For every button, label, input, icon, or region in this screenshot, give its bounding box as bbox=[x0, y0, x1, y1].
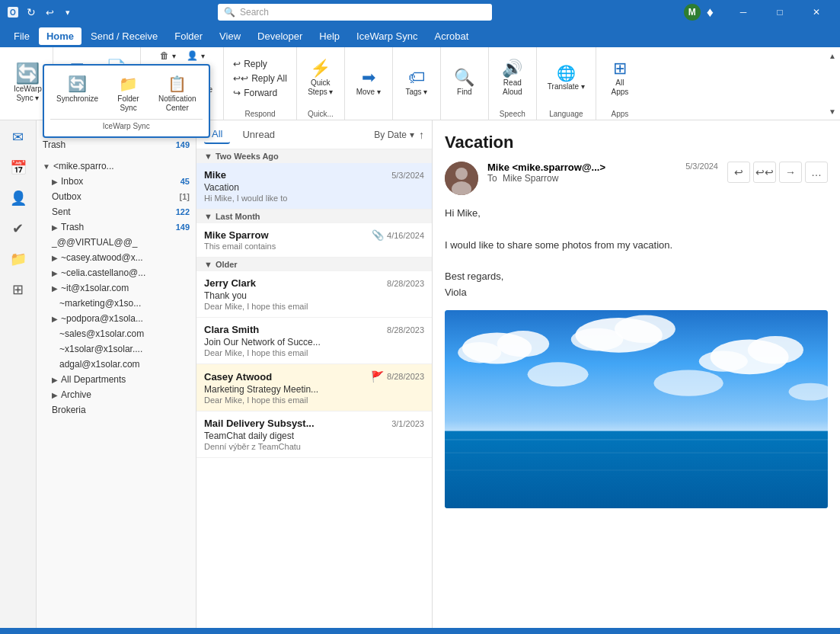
undo-icon[interactable]: ↩ bbox=[43, 5, 56, 19]
email-content: Vacation Mike <mike.sparrow@...> To Mike… bbox=[433, 120, 840, 628]
forward-icon: ↪ bbox=[233, 88, 241, 98]
sidebar-tasks-icon[interactable]: ✔ bbox=[5, 215, 32, 242]
forward-button[interactable]: ↪ Forward bbox=[228, 86, 292, 100]
read-aloud-button[interactable]: 🔊 ReadAloud bbox=[493, 57, 532, 100]
user-avatar[interactable]: M bbox=[684, 4, 701, 21]
folder-panel: Sent 122 Trash 149 ▼ <mike.sparro... ▶ I… bbox=[37, 120, 196, 628]
menu-folder[interactable]: Folder bbox=[167, 27, 210, 45]
icewarp-sync-icon: 🔄 bbox=[15, 63, 40, 83]
refresh-icon[interactable]: ↻ bbox=[24, 5, 38, 19]
email-actions: ↩ ↩↩ → … bbox=[727, 162, 828, 183]
translate-button[interactable]: 🌐 Translate ▾ bbox=[541, 62, 591, 94]
sidebar-contacts-icon[interactable]: 👤 bbox=[5, 184, 32, 212]
quick-access-icon[interactable]: ▾ bbox=[61, 5, 75, 19]
email-reply-button[interactable]: ↩ bbox=[727, 162, 750, 183]
restore-button[interactable]: □ bbox=[762, 0, 797, 24]
forward-label: Forward bbox=[244, 88, 277, 98]
email-item-mail-delivery[interactable]: Mail Delivery Subsyst... 3/1/2023 TeamCh… bbox=[196, 411, 432, 458]
email-more-button[interactable]: … bbox=[805, 162, 828, 183]
ribbon-expand-down[interactable]: ▼ bbox=[826, 106, 839, 117]
quick-steps-button[interactable]: ⚡ QuickSteps ▾ bbox=[302, 57, 340, 100]
email-item-casey[interactable]: Casey Atwood 🚩 8/28/2023 Marketing Strat… bbox=[196, 364, 432, 411]
section-last-month: ▼ Last Month bbox=[196, 210, 432, 223]
tags-icon: 🏷 bbox=[408, 69, 425, 86]
email-item-jerry[interactable]: Jerry Clark 8/28/2023 Thank you Dear Mik… bbox=[196, 271, 432, 318]
ribbon-expand-up[interactable]: ▲ bbox=[826, 50, 839, 61]
jerry-subject: Thank you bbox=[204, 290, 424, 301]
synchronize-icon: 🔄 bbox=[68, 75, 87, 93]
jerry-date: 8/28/2023 bbox=[387, 279, 424, 288]
two-weeks-arrow: ▼ bbox=[204, 152, 212, 161]
move-button[interactable]: ➡ Move ▾ bbox=[350, 66, 388, 100]
menu-icewarp-sync[interactable]: IceWarp Sync bbox=[349, 27, 425, 45]
respond-col: ↩ Reply ↩↩ Reply All ↪ Forward bbox=[228, 57, 292, 100]
language-group-label: Language bbox=[549, 110, 583, 118]
folder-it[interactable]: ▶ ~it@x1solar.com bbox=[46, 280, 196, 296]
account-root[interactable]: ▼ <mike.sparro... bbox=[37, 158, 196, 174]
email-list-scroll[interactable]: ▼ Two Weeks Ago Mike 5/3/2024 Vacation H… bbox=[196, 149, 432, 628]
tags-button[interactable]: 🏷 Tags ▾ bbox=[398, 66, 436, 100]
email-item-clara[interactable]: Clara Smith 8/28/2023 Join Our Network o… bbox=[196, 318, 432, 364]
sidebar-apps-icon[interactable]: ⊞ bbox=[5, 276, 32, 303]
folder-brokeria[interactable]: Brokeria bbox=[46, 402, 196, 418]
email-forward-button[interactable]: → bbox=[779, 162, 802, 183]
email-body: Hi Mike, I would like to share some phot… bbox=[445, 206, 828, 301]
folder-celia[interactable]: ▶ ~celia.castellano@... bbox=[46, 265, 196, 280]
svg-rect-6 bbox=[445, 431, 828, 508]
folder-sales[interactable]: ~sales@x1solar.com bbox=[53, 326, 196, 341]
minimize-button[interactable]: ─ bbox=[726, 0, 761, 24]
search-bar[interactable]: 🔍 Search bbox=[218, 4, 492, 21]
menu-home[interactable]: Home bbox=[39, 27, 81, 45]
cleanup-button[interactable]: 🗑 ▾ bbox=[155, 49, 180, 62]
sidebar-folders-icon[interactable]: 📁 bbox=[5, 245, 32, 273]
email-content-header: Mike <mike.sparrow@...> To Mike Sparrow … bbox=[445, 162, 828, 195]
menu-view[interactable]: View bbox=[212, 27, 248, 45]
folder-trash[interactable]: ▶ Trash 149 bbox=[46, 219, 196, 235]
body-signature: Viola bbox=[445, 285, 828, 301]
folder-outbox[interactable]: Outbox [1] bbox=[46, 189, 196, 204]
menu-help[interactable]: Help bbox=[311, 27, 347, 45]
sidebar-calendar-icon[interactable]: 📅 bbox=[5, 154, 32, 181]
reply-all-button[interactable]: ↩↩ Reply All bbox=[228, 72, 292, 85]
close-button[interactable]: ✕ bbox=[799, 0, 834, 24]
body-space1 bbox=[445, 222, 828, 238]
folder-marketing[interactable]: ~marketing@x1so... bbox=[53, 296, 196, 311]
sales-label: ~sales@x1solar.com bbox=[59, 328, 144, 339]
menu-send-receive[interactable]: Send / Receive bbox=[83, 27, 165, 45]
folder-adgal[interactable]: adgal@x1solar.com bbox=[53, 357, 196, 372]
tab-unread[interactable]: Unread bbox=[235, 126, 283, 143]
mail-delivery-date: 3/1/2023 bbox=[391, 419, 424, 428]
folder-x1solar[interactable]: ~x1solar@x1solar.... bbox=[53, 341, 196, 357]
notification-center-button[interactable]: 📋 NotificationCenter bbox=[152, 72, 202, 116]
trash-folder-badge: 149 bbox=[176, 223, 190, 232]
email-item-vacation[interactable]: Mike 5/3/2024 Vacation Hi Mike, I would … bbox=[196, 163, 432, 210]
cleanup-label: ▾ bbox=[172, 52, 176, 60]
svg-point-12 bbox=[571, 328, 624, 351]
all-apps-button[interactable]: ⊞ AllApps bbox=[601, 57, 639, 100]
folder-casey[interactable]: ▶ ~casey.atwood@x... bbox=[46, 250, 196, 265]
trash-row[interactable]: Trash 149 bbox=[37, 137, 196, 152]
folder-virtual[interactable]: _@@VIRTUAL@@_ bbox=[46, 235, 196, 250]
junk-button[interactable]: 👤 ▾ bbox=[182, 49, 209, 62]
folder-sent[interactable]: Sent 122 bbox=[46, 204, 196, 219]
folder-podpora[interactable]: ▶ ~podpora@x1sola... bbox=[46, 311, 196, 326]
folder-archive[interactable]: ▶ Archive bbox=[46, 387, 196, 402]
folder-sync-button[interactable]: 📁 FolderSync bbox=[107, 72, 149, 116]
synchronize-button[interactable]: 🔄 Synchronize bbox=[50, 72, 104, 116]
menu-developer[interactable]: Developer bbox=[250, 27, 310, 45]
reply-button[interactable]: ↩ Reply bbox=[228, 57, 292, 71]
sidebar-mail-icon[interactable]: ✉ bbox=[5, 123, 32, 151]
email-from: Mike <mike.sparrow@...> bbox=[487, 162, 676, 173]
sort-direction-button[interactable]: ↑ bbox=[419, 129, 424, 141]
icewarp-sync-button[interactable]: 🔄 IceWarpSync ▾ bbox=[8, 60, 48, 106]
synchronize-label: Synchronize bbox=[56, 94, 98, 104]
sort-control[interactable]: By Date ▾ bbox=[374, 130, 414, 140]
find-button[interactable]: 🔍 Find bbox=[446, 66, 484, 100]
menu-acrobat[interactable]: Acrobat bbox=[427, 27, 477, 45]
folder-alldepts[interactable]: ▶ All Departments bbox=[46, 372, 196, 387]
titlebar: O ↻ ↩ ▾ 🔍 Search M ♦ ─ □ ✕ bbox=[0, 0, 840, 24]
menu-file[interactable]: File bbox=[6, 27, 37, 45]
folder-inbox[interactable]: ▶ Inbox 45 bbox=[46, 174, 196, 189]
email-reply-all-button[interactable]: ↩↩ bbox=[753, 162, 776, 183]
email-item-sparrow[interactable]: Mike Sparrow 📎 4/16/2024 This email cont… bbox=[196, 223, 432, 258]
